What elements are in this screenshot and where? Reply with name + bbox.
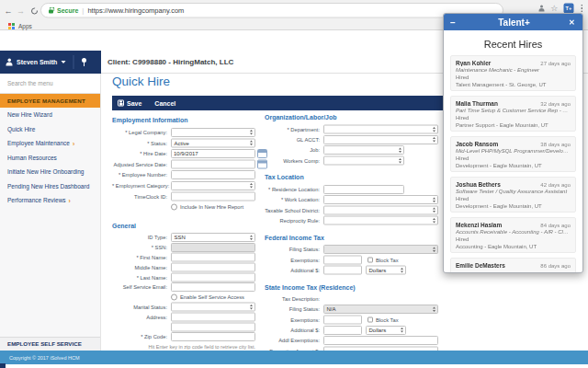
menu-label: Quick Hire [7,126,35,133]
bookmark-star-icon[interactable]: ☆ [550,5,558,13]
omnibox-divider: | [82,6,84,15]
hire-card[interactable]: Mekenzi Haslam84 days ago Accounts Recei… [450,217,576,253]
field-label: Taxable School District: [265,207,323,213]
work-location-select[interactable] [323,195,438,204]
select-arrows-icon [431,137,438,143]
adjusted-service-date-input[interactable] [171,160,255,169]
workers-comp-select[interactable] [323,156,404,166]
field-label: Adjusted Service Date: [112,162,171,167]
state-block-tax-checkbox[interactable] [368,317,373,323]
address-input[interactable] [171,313,255,322]
close-icon[interactable]: ✕ [569,17,576,27]
school-district-select[interactable] [323,205,438,214]
profile-icon[interactable] [538,6,545,12]
pin-icon[interactable] [81,58,86,66]
residence-location-input[interactable] [323,185,404,194]
federal-block-tax-checkbox[interactable] [368,257,373,262]
include-new-hire-report-radio[interactable] [171,203,177,210]
state-dollars-select[interactable]: Dollars [366,326,406,335]
field-label: * Last Name: [112,274,171,280]
hire-name: Mekenzi Haslam [456,222,540,229]
federal-additional-input[interactable] [323,266,362,275]
sidebar-item-employee-maintenance[interactable]: Employee Maintenance› [0,136,100,151]
job-select[interactable] [323,145,404,155]
select-arrows-icon [431,127,438,132]
hire-card[interactable]: Ryan Kohler27 days ago Maintenance Mecha… [450,55,576,91]
talent-extension-icon[interactable]: T+ [563,4,573,14]
marital-status-select[interactable] [171,303,255,312]
sidebar-item-initiate-onboarding[interactable]: Initiate New Hire Onboarding [0,165,100,179]
enable-self-service-radio[interactable] [171,293,177,300]
hire-status: Hired [456,195,571,202]
reciprocity-rule-select[interactable] [323,216,438,225]
back-icon[interactable]: ← [5,7,13,16]
sidebar-item-human-resources[interactable]: Human Resources [0,151,100,166]
form-left-column: Employment Information * Legal Company: … [112,116,268,351]
id-type-value: SSN [172,235,248,241]
field-label: Filing Status: [265,247,323,252]
refresh-icon[interactable] [31,8,38,15]
federal-exemptions-input[interactable] [323,255,362,264]
address-bar[interactable]: Secure | https://www.hiringcompany.com [40,3,503,18]
hire-job: Maintenance Mechanic - Engineer [456,67,571,75]
sidebar-item-pending-dashboard[interactable]: Pending New Hires Dashboard [0,179,100,194]
federal-dollars-select[interactable]: Dollars [366,266,406,275]
select-arrows-icon [399,328,406,333]
user-menu[interactable]: Steven Smith [0,51,101,74]
legal-company-select[interactable] [171,128,255,137]
apps-icon[interactable] [8,23,15,29]
federal-filing-status-select[interactable] [323,245,438,254]
id-type-select[interactable]: SSN [171,233,255,242]
field-label: * Work Location: [265,197,323,202]
hire-card[interactable]: Jacob Ransom38 days ago Mid-Level PHP/My… [450,136,576,172]
field-label: Filing Status: [265,306,323,312]
status-select[interactable]: Active [171,138,255,147]
sidebar-item-new-hire-wizard[interactable]: New Hire Wizard [0,108,100,122]
middle-name-input[interactable] [171,263,255,272]
employment-category-select[interactable] [171,181,255,190]
hire-location: Accounting - Eagle Mountain, UT [456,243,571,250]
select-arrows-icon [248,235,255,240]
recent-hires-heading: Recent Hires [444,39,582,51]
hire-name: Ryan Kohler [456,60,540,67]
sidebar: EMPLOYEE MANAGEMENT New Hire Wizard Quic… [0,74,101,351]
section-title-state-tax: State Income Tax (Residence) [265,282,540,291]
cancel-button[interactable]: Cancel [154,99,175,107]
first-name-input[interactable] [171,253,255,262]
hire-date-input[interactable] [171,149,255,158]
hire-card[interactable]: Malia Thurman32 days ago Part Time Setup… [450,96,576,132]
department-select[interactable] [323,125,438,134]
forward-icon[interactable]: → [17,7,25,16]
self-service-email-input[interactable] [171,282,255,292]
timeclock-id-input[interactable] [171,191,255,201]
addl-exemptions-input[interactable] [323,336,438,345]
last-name-input[interactable] [171,272,255,282]
field-label: Addl Exemptions: [265,338,323,343]
state-additional-input[interactable] [323,326,362,335]
save-button[interactable]: Save [127,99,141,107]
employee-number-input[interactable] [171,170,255,179]
talent-extension-popup: – Talent+ ✕ Recent Hires Ryan Kohler27 d… [443,13,583,273]
state-filing-status-select[interactable]: N/A [323,305,438,314]
address2-input[interactable] [171,322,255,331]
field-label: Exemptions: [265,257,323,262]
ssn-input[interactable] [171,243,255,252]
apps-label[interactable]: Apps [18,23,32,30]
zip-hint: Hit Enter key in zip code field to retri… [112,344,255,350]
hire-job: Mid-Level PHP/MySQL Programmer/Developer [456,148,571,155]
minimize-icon[interactable]: – [450,17,459,28]
sidebar-item-performance-reviews[interactable]: Performance Reviews› [0,193,100,208]
hire-name: Jacob Ransom [456,141,540,148]
search-input[interactable] [0,80,92,87]
hire-status: Hired [456,236,571,243]
zip-code-input[interactable] [171,332,255,341]
hire-card[interactable]: Emilie DeMasters86 days ago [450,258,576,273]
state-exemptions-input[interactable] [323,316,362,325]
sidebar-item-quick-hire[interactable]: Quick Hire [0,122,100,137]
field-label: * Residence Location: [265,187,323,192]
field-label: Exemptions: [265,317,323,323]
hire-card[interactable]: Joshua Bethers42 days ago Software Teste… [450,177,576,213]
browser-menu-icon[interactable] [581,5,582,12]
gl-acct-select[interactable] [323,135,438,144]
sidebar-item-employee-self-service[interactable]: EMPLOYEE SELF SERVICE [0,337,100,351]
